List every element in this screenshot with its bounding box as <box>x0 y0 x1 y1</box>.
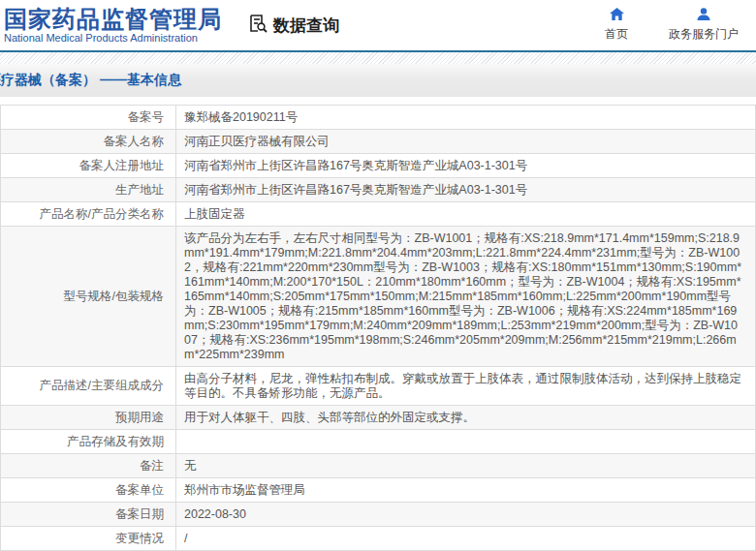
row-value-text: 该产品分为左右手，左右尺寸相同型号为：ZB-W1001；规格有:XS:218.9… <box>184 231 741 361</box>
row-value-text: 河南省郑州市上街区许昌路167号奥克斯智造产业城A03-1-301号 <box>184 159 527 172</box>
row-value: 该产品分为左右手，左右尺寸相同型号为：ZB-W1001；规格有:XS:218.9… <box>176 227 756 367</box>
row-label: 备案人名称 <box>1 130 176 154</box>
portal-link[interactable]: 政务服务门户 <box>669 8 739 43</box>
row-value-text: 河南省郑州市上街区许昌路167号奥克斯智造产业城A03-1-301号 <box>184 183 527 197</box>
table-row: 变更情况/ <box>1 527 756 551</box>
row-value: 无 <box>176 454 756 478</box>
row-value-text: 无 <box>184 459 197 473</box>
table-row: 生产地址河南省郑州市上街区许昌路167号奥克斯智造产业城A03-1-301号 <box>1 178 756 202</box>
row-label: 产品存储及有效期 <box>1 430 176 454</box>
row-label-text: 备注 <box>140 459 164 473</box>
agency-name-en: National Medical Products Administration <box>4 33 222 45</box>
table-row: 产品名称/产品分类名称上肢固定器 <box>1 202 756 227</box>
row-value: / <box>176 527 756 551</box>
row-label: 型号规格/包装规格 <box>1 227 176 367</box>
row-label: 产品描述/主要组成成分 <box>1 367 176 406</box>
row-value-text: 上肢固定器 <box>184 207 245 221</box>
row-label-text: 产品存储及有效期 <box>67 435 164 448</box>
row-label-text: 备案号 <box>128 110 165 124</box>
row-label-text: 预期用途 <box>115 411 164 424</box>
row-label-text: 备案日期 <box>115 507 164 521</box>
row-label-text: 生产地址 <box>115 183 164 197</box>
row-label-text: 产品名称/产品分类名称 <box>40 207 164 221</box>
table-row: 备注无 <box>1 454 756 478</box>
row-label: 备注 <box>1 454 176 478</box>
row-value: 用于对人体躯干、四肢、头部等部位的外固定或支撑。 <box>176 406 756 430</box>
table-row: 预期用途用于对人体躯干、四肢、头部等部位的外固定或支撑。 <box>1 406 756 430</box>
row-label: 备案单位 <box>1 478 176 503</box>
header-links: 首页 政务服务门户 <box>605 8 739 43</box>
row-value-text: 郑州市市场监督管理局 <box>184 483 305 497</box>
row-value: 河南省郑州市上街区许昌路167号奥克斯智造产业城A03-1-301号 <box>176 154 756 178</box>
user-icon <box>697 8 710 23</box>
row-label: 备案号 <box>1 106 176 130</box>
row-label-text: 备案单位 <box>115 483 164 497</box>
row-label-text: 变更情况 <box>115 532 164 545</box>
row-label: 预期用途 <box>1 406 176 430</box>
row-value: 2022-08-30 <box>176 503 756 527</box>
row-label: 备案日期 <box>1 503 176 527</box>
agency-name-cn: 国家药品监督管理局 <box>4 7 222 31</box>
row-value-text: 豫郑械备20190211号 <box>184 110 298 124</box>
row-value: 郑州市市场监督管理局 <box>176 478 756 503</box>
table-row: 型号规格/包装规格该产品分为左右手，左右尺寸相同型号为：ZB-W1001；规格有… <box>1 227 756 367</box>
row-value: 由高分子材料，尼龙，弹性粘扣布制成。穿戴或放置于上肢体表，通过限制肢体活动，达到… <box>176 367 756 406</box>
table-row: 产品描述/主要组成成分由高分子材料，尼龙，弹性粘扣布制成。穿戴或放置于上肢体表，… <box>1 367 756 406</box>
home-icon <box>610 8 624 23</box>
page-title: 医疗器械（备案） ——基本信息 <box>0 72 181 89</box>
table-row: 备案单位郑州市市场监督管理局 <box>1 478 756 503</box>
row-value-text: 河南正贝医疗器械有限公司 <box>184 135 330 148</box>
row-label: 备案人注册地址 <box>1 154 176 178</box>
row-label-text: 备案人注册地址 <box>79 159 165 172</box>
row-label-text: 产品描述/主要组成成分 <box>40 379 164 392</box>
table-row: 备案号豫郑械备20190211号 <box>1 106 756 130</box>
row-label-text: 备案人名称 <box>104 135 165 148</box>
table-row: 备案人注册地址河南省郑州市上街区许昌路167号奥克斯智造产业城A03-1-301… <box>1 154 756 178</box>
portal-label: 政务服务门户 <box>669 26 739 43</box>
page-title-bar: 医疗器械（备案） ——基本信息 <box>0 64 756 97</box>
agency-logo[interactable]: 国家药品监督管理局 National Medical Products Admi… <box>4 7 222 45</box>
row-value-text: 2022-08-30 <box>184 507 246 521</box>
home-label: 首页 <box>605 26 628 43</box>
row-value: 豫郑械备20190211号 <box>176 106 756 130</box>
table-row: 备案人名称河南正贝医疗器械有限公司 <box>1 130 756 154</box>
table-row: 备案日期2022-08-30 <box>1 503 756 527</box>
row-value-text: / <box>184 532 187 545</box>
divider-hatch <box>0 52 756 64</box>
row-value-text: 由高分子材料，尼龙，弹性粘扣布制成。穿戴或放置于上肢体表，通过限制肢体活动，达到… <box>184 372 741 400</box>
row-value: 上肢固定器 <box>176 202 756 227</box>
row-value: 河南正贝医疗器械有限公司 <box>176 130 756 154</box>
row-value: 河南省郑州市上街区许昌路167号奥克斯智造产业城A03-1-301号 <box>176 178 756 202</box>
data-query-label: 数据查询 <box>273 15 339 37</box>
table-row: 产品存储及有效期 <box>1 430 756 454</box>
row-value-text: 用于对人体躯干、四肢、头部等部位的外固定或支撑。 <box>184 411 475 424</box>
info-table: 备案号豫郑械备20190211号备案人名称河南正贝医疗器械有限公司备案人注册地址… <box>0 105 756 551</box>
row-label: 变更情况 <box>1 527 176 551</box>
doc-search-icon <box>247 13 268 39</box>
site-header: 国家药品监督管理局 National Medical Products Admi… <box>0 0 756 52</box>
data-query-section: 数据查询 <box>247 13 339 39</box>
row-label-text: 型号规格/包装规格 <box>64 290 164 303</box>
row-label: 生产地址 <box>1 178 176 202</box>
home-link[interactable]: 首页 <box>605 8 628 43</box>
row-label: 产品名称/产品分类名称 <box>1 202 176 227</box>
row-value <box>176 430 756 454</box>
